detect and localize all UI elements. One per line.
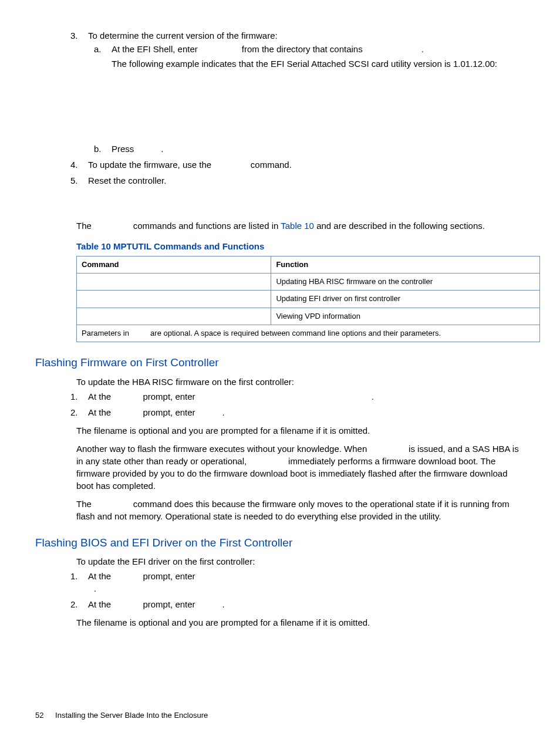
text-segment: . [222, 599, 224, 609]
text-segment: The [76, 221, 94, 231]
step-number: 2. [70, 598, 78, 610]
section-gap [35, 190, 525, 214]
table-row: Viewing VPD information [77, 308, 540, 325]
step-5: 5. Reset the controller. [88, 174, 525, 187]
step-3: 3. To determine the current version of t… [88, 29, 525, 155]
function-cell: Viewing VPD information [271, 308, 540, 325]
text-gap [137, 144, 159, 154]
text-segment: command. [251, 160, 292, 170]
table-row: Updating EFI driver on first controller [77, 291, 540, 308]
text-gap [369, 444, 406, 454]
text-segment: At the [88, 571, 113, 581]
table-row: Updating HBA RISC firmware on the contro… [77, 274, 540, 291]
header-command: Command [77, 256, 271, 274]
text-gap [113, 571, 140, 581]
step-4: 4. To update the firmware, use the comma… [88, 158, 525, 171]
text-gap [198, 599, 220, 609]
command-cell [77, 274, 271, 291]
section-heading-flash-bios: Flashing BIOS and EFI Driver on the Firs… [35, 535, 525, 551]
main-ordered-list: 3. To determine the current version of t… [35, 29, 525, 187]
header-function: Function [271, 256, 540, 274]
paragraph: The filename is optional and you are pro… [35, 616, 525, 629]
paragraph: The command does this because the firmwa… [35, 498, 525, 522]
text-gap [131, 329, 149, 337]
list-item: 2. At the prompt, enter . [88, 406, 525, 418]
command-cell [77, 291, 271, 308]
text-segment: Press [112, 144, 137, 154]
text-segment: from the directory that contains [242, 44, 365, 54]
text-gap [94, 499, 131, 509]
text-segment: At the [88, 391, 113, 401]
commands-table: Command Function Updating HBA RISC firmw… [76, 256, 540, 342]
note-cell: Parameters in are optional. A space is r… [77, 325, 540, 342]
text-gap [198, 407, 220, 417]
table-header-row: Command Function [77, 256, 540, 274]
text-segment: . [222, 407, 224, 417]
table-10-link[interactable]: Table 10 [281, 221, 314, 231]
text-segment: commands and functions are listed in [133, 221, 281, 231]
text-segment: At the [88, 599, 113, 609]
section1-list: 1. At the prompt, enter . 2. At the prom… [35, 390, 525, 418]
table-caption: Table 10 MPTUTIL Commands and Functions [35, 240, 525, 252]
example-text: The following example indicates that the… [112, 58, 525, 70]
text-segment: Parameters in [82, 329, 131, 337]
text-segment: prompt, enter [143, 571, 195, 581]
section-intro: To update the HBA RISC firmware on the f… [35, 376, 525, 388]
list-item: 1. At the prompt, enter . [88, 570, 525, 595]
function-cell: Updating HBA RISC firmware on the contro… [271, 274, 540, 291]
list-item: 2. At the prompt, enter . [88, 598, 525, 610]
step-number: 1. [70, 390, 78, 403]
step-text: To determine the current version of the … [88, 31, 278, 40]
text-gap [113, 391, 140, 401]
text-segment: . [421, 44, 424, 54]
substep-letter: b. [94, 143, 102, 155]
text-segment: To update the firmware, use the [88, 160, 214, 170]
step-number: 3. [70, 29, 78, 42]
text-segment: prompt, enter [143, 391, 197, 401]
text-segment: and are described in the following secti… [316, 221, 485, 231]
text-segment: . [372, 391, 374, 401]
section-intro: To update the EFI driver on the first co… [35, 555, 525, 568]
text-gap [94, 221, 131, 231]
paragraph: The filename is optional and you are pro… [35, 424, 525, 437]
text-segment: At the [88, 407, 113, 417]
text-segment: The [76, 499, 94, 509]
continuation-dot: . [94, 582, 525, 595]
substeps: a. At the EFI Shell, enter from the dire… [88, 43, 525, 155]
command-cell [77, 308, 271, 325]
section-heading-flash-firmware: Flashing Firmware on First Controller [35, 355, 525, 371]
text-gap [365, 44, 419, 54]
code-block-placeholder [112, 70, 525, 140]
text-gap [200, 44, 239, 54]
text-gap [113, 407, 140, 417]
text-segment: are optional. A space is required betwee… [150, 329, 441, 337]
text-segment: . [161, 144, 163, 154]
function-cell: Updating EFI driver on first controller [271, 291, 540, 308]
text-gap [249, 456, 286, 466]
table-note-row: Parameters in are optional. A space is r… [77, 325, 540, 342]
list-item: 1. At the prompt, enter . [88, 390, 525, 403]
substep-letter: a. [94, 43, 102, 55]
text-segment: Another way to flash the firmware execut… [76, 444, 369, 454]
step-number: 1. [70, 570, 78, 582]
text-segment: command does this because the firmware o… [76, 499, 510, 521]
text-segment: prompt, enter [143, 599, 197, 609]
step-number: 2. [70, 406, 78, 418]
text-gap [113, 599, 140, 609]
substep-a: a. At the EFI Shell, enter from the dire… [112, 43, 525, 140]
step-text: Reset the controller. [88, 175, 166, 185]
text-gap [214, 160, 248, 170]
step-number: 4. [70, 158, 78, 171]
text-segment: At the EFI Shell, enter [112, 44, 200, 54]
intro-paragraph: The commands and functions are listed in… [35, 220, 525, 232]
paragraph: Another way to flash the firmware execut… [35, 443, 525, 492]
text-segment: prompt, enter [143, 407, 197, 417]
section2-list: 1. At the prompt, enter . 2. At the prom… [35, 570, 525, 610]
text-gap [198, 391, 369, 401]
step-number: 5. [70, 174, 78, 187]
substep-b: b. Press . [112, 143, 525, 155]
